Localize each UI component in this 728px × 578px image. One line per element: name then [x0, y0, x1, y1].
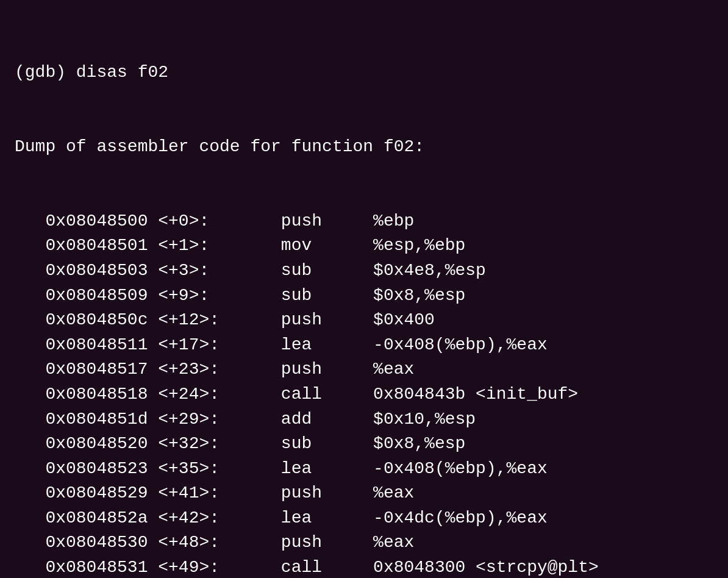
instruction-row: 0x08048509 <+9>: sub $0x8,%esp: [15, 284, 713, 309]
instruction-row: 0x0804850c <+12>: push $0x400: [15, 308, 713, 333]
instruction-row: 0x08048500 <+0>: push %ebp: [15, 209, 713, 234]
instructions-list: 0x08048500 <+0>: push %ebp 0x08048501 <+…: [15, 209, 713, 578]
instruction-row: 0x08048520 <+32>: sub $0x8,%esp: [15, 432, 713, 457]
gdb-prompt: (gdb) disas f02: [15, 60, 713, 85]
instruction-row: 0x08048517 <+23>: push %eax: [15, 357, 713, 382]
disas-header: Dump of assembler code for function f02:: [15, 135, 713, 160]
instruction-row: 0x08048511 <+17>: lea -0x408(%ebp),%eax: [15, 333, 713, 358]
instruction-row: 0x0804852a <+42>: lea -0x4dc(%ebp),%eax: [15, 506, 713, 531]
instruction-row: 0x08048530 <+48>: push %eax: [15, 530, 713, 555]
instruction-row: 0x08048501 <+1>: mov %esp,%ebp: [15, 234, 713, 259]
terminal-output: (gdb) disas f02 Dump of assembler code f…: [15, 11, 713, 567]
instruction-row: 0x0804851d <+29>: add $0x10,%esp: [15, 407, 713, 432]
instruction-row: 0x08048529 <+41>: push %eax: [15, 481, 713, 506]
instruction-row: 0x08048531 <+49>: call 0x8048300 <strcpy…: [15, 555, 713, 578]
instruction-row: 0x08048503 <+3>: sub $0x4e8,%esp: [15, 259, 713, 284]
instruction-row: 0x08048523 <+35>: lea -0x408(%ebp),%eax: [15, 457, 713, 482]
instruction-row: 0x08048518 <+24>: call 0x804843b <init_b…: [15, 382, 713, 407]
